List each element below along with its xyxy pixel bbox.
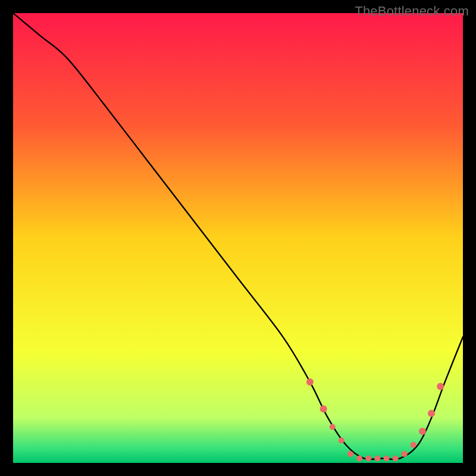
- marker-point: [428, 410, 435, 417]
- marker-point: [437, 383, 444, 390]
- marker-point: [347, 451, 353, 457]
- marker-point: [306, 378, 314, 386]
- bottleneck-chart: [13, 13, 463, 463]
- gradient-background: [13, 13, 463, 463]
- marker-point: [330, 424, 336, 430]
- marker-point: [419, 428, 426, 435]
- marker-point: [320, 405, 327, 412]
- marker-point: [339, 437, 345, 443]
- marker-point: [356, 455, 362, 461]
- marker-point: [374, 455, 380, 461]
- chart-frame: TheBottleneck.com: [0, 0, 476, 476]
- marker-point: [411, 442, 416, 448]
- marker-point: [383, 455, 389, 461]
- marker-point: [393, 455, 399, 461]
- marker-point: [365, 455, 371, 461]
- marker-point: [402, 451, 408, 457]
- watermark-label: TheBottleneck.com: [355, 4, 469, 19]
